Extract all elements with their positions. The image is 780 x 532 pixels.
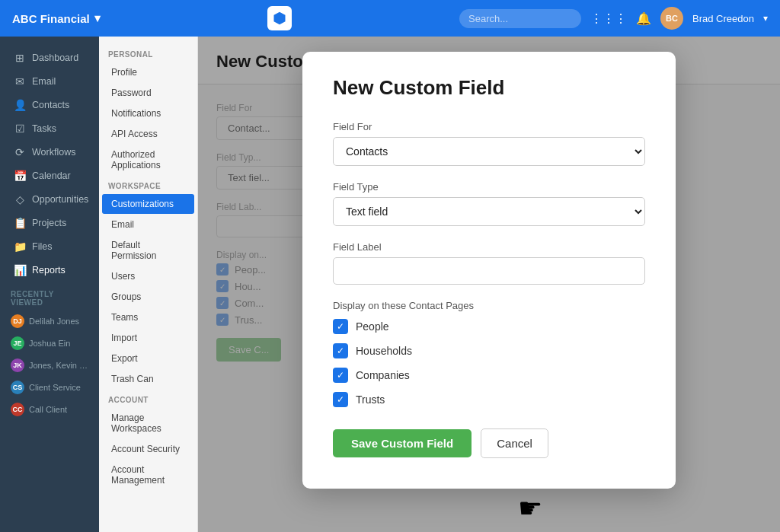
recently-viewed-call-client[interactable]: CCCall Client xyxy=(3,399,96,420)
sec-item-manage-workspaces[interactable]: Manage Workspaces xyxy=(102,408,194,438)
recently-viewed-jones-kevin[interactable]: JKJones, Kevin and D... xyxy=(3,355,96,376)
sec-item-groups[interactable]: Groups xyxy=(102,287,194,307)
rv-avatar-call-client: CC xyxy=(11,403,24,416)
email-icon: ✉ xyxy=(14,75,26,88)
nav-right: ⋮⋮⋮ 🔔 BC Brad Creedon ▾ xyxy=(459,7,768,30)
nav-center xyxy=(110,6,450,30)
checkbox-label: Companies xyxy=(356,369,410,381)
recently-viewed-label: Recently Viewed xyxy=(0,282,99,310)
sec-item-account-security[interactable]: Account Security xyxy=(102,439,194,459)
sec-section-account: Account xyxy=(99,390,197,407)
sidebar-item-label: Projects xyxy=(32,218,66,228)
sidebar-item-contacts[interactable]: 👤Contacts xyxy=(3,94,96,116)
reports-icon: 📊 xyxy=(14,264,26,276)
left-sidebar: ⊞Dashboard✉Email👤Contacts☑Tasks⟳Workflow… xyxy=(0,37,99,532)
user-chevron-icon: ▾ xyxy=(763,13,768,24)
modal-title: New Custom Field xyxy=(333,76,645,100)
sec-item-import[interactable]: Import xyxy=(102,328,194,348)
tasks-icon: ☑ xyxy=(14,123,26,135)
sec-item-notifications[interactable]: Notifications xyxy=(102,104,194,123)
modal-checkbox-companies[interactable]: ✓Companies xyxy=(333,368,645,383)
cursor-hand-icon: ☛ xyxy=(518,492,542,524)
calendar-icon: 📅 xyxy=(14,170,26,182)
secondary-sidebar: PersonalProfilePasswordNotificationsAPI … xyxy=(99,37,198,532)
modal-display-on-label: Display on these Contact Pages xyxy=(333,300,645,311)
modal-field-label-input[interactable]: Wealth.com Account Status xyxy=(333,257,645,285)
rv-name-jones-kevin: Jones, Kevin and D... xyxy=(29,361,88,370)
checkbox-checked-icon: ✓ xyxy=(333,343,348,358)
modal-field-label-group: Field Label Wealth.com Account Status xyxy=(333,241,645,285)
sidebar-item-label: Workflows xyxy=(32,147,75,158)
sec-item-teams[interactable]: Teams xyxy=(102,307,194,327)
content-area: New Custom Field Field For Contact... Fi… xyxy=(198,37,780,532)
contacts-icon: 👤 xyxy=(14,99,26,111)
brand-chevron-icon: ▾ xyxy=(94,11,101,25)
sidebar-item-reports[interactable]: 📊Reports xyxy=(3,259,96,282)
sec-item-customizations[interactable]: Customizations xyxy=(102,194,194,214)
modal-field-for-select[interactable]: Contacts xyxy=(333,137,645,166)
checkbox-checked-icon: ✓ xyxy=(333,392,348,407)
modal-checkbox-trusts[interactable]: ✓Trusts xyxy=(333,392,645,407)
rv-avatar-client-service: CS xyxy=(11,381,24,394)
sidebar-item-label: Opportunities xyxy=(32,194,88,205)
sidebar-item-workflows[interactable]: ⟳Workflows xyxy=(3,141,96,164)
rv-name-delilah: Delilah Jones xyxy=(29,317,79,326)
modal-checkbox-households[interactable]: ✓Households xyxy=(333,343,645,358)
top-nav: ABC Financial ▾ ⋮⋮⋮ 🔔 BC Brad Creedon ▾ xyxy=(0,0,780,37)
grid-icon[interactable]: ⋮⋮⋮ xyxy=(590,11,627,26)
modal-field-for-label: Field For xyxy=(333,121,645,132)
sec-item-account-management[interactable]: Account Management xyxy=(102,460,194,490)
modal-field-type-label: Field Type xyxy=(333,181,645,193)
recently-viewed-delilah[interactable]: DJDelilah Jones xyxy=(3,311,96,332)
search-input[interactable] xyxy=(459,9,581,28)
modal-display-on-group: Display on these Contact Pages ✓People✓H… xyxy=(333,300,645,407)
sidebar-item-label: Calendar xyxy=(32,170,71,181)
brand[interactable]: ABC Financial ▾ xyxy=(12,11,101,25)
recently-viewed-client-service[interactable]: CSClient Service xyxy=(3,377,96,398)
bell-icon[interactable]: 🔔 xyxy=(636,11,651,26)
modal-overlay: New Custom Field Field For Contacts Fiel… xyxy=(198,37,780,532)
sidebar-item-files[interactable]: 📁Files xyxy=(3,235,96,258)
sec-item-default-permission[interactable]: Default Permission xyxy=(102,235,194,266)
modal-checkbox-people[interactable]: ✓People xyxy=(333,319,645,334)
user-name[interactable]: Brad Creedon xyxy=(692,13,754,24)
modal-footer: Save Custom Field Cancel xyxy=(333,428,645,458)
modal-field-type-select[interactable]: Text field xyxy=(333,197,645,226)
files-icon: 📁 xyxy=(14,241,26,253)
sidebar-item-projects[interactable]: 📋Projects xyxy=(3,212,96,234)
sec-section-workspace: Workspace xyxy=(99,176,197,193)
opportunities-icon: ◇ xyxy=(14,193,26,205)
sidebar-item-label: Reports xyxy=(32,265,66,276)
sidebar-item-label: Email xyxy=(32,76,56,87)
save-custom-field-button[interactable]: Save Custom Field xyxy=(333,429,472,457)
sec-item-profile[interactable]: Profile xyxy=(102,62,194,82)
sec-item-trash-can[interactable]: Trash Can xyxy=(102,369,194,389)
sidebar-item-tasks[interactable]: ☑Tasks xyxy=(3,117,96,140)
sec-item-password[interactable]: Password xyxy=(102,83,194,103)
rv-name-joshua: Joshua Ein xyxy=(29,339,70,348)
sidebar-item-opportunities[interactable]: ◇Opportunities xyxy=(3,188,96,211)
app-logo xyxy=(267,6,292,30)
sidebar-item-email[interactable]: ✉Email xyxy=(3,70,96,93)
rv-avatar-jones-kevin: JK xyxy=(11,358,24,372)
rv-name-client-service: Client Service xyxy=(29,383,81,392)
sec-item-email[interactable]: Email xyxy=(102,215,194,234)
sidebar-item-label: Tasks xyxy=(32,123,56,134)
modal-field-label-label: Field Label xyxy=(333,241,645,253)
modal-field-for-group: Field For Contacts xyxy=(333,121,645,166)
sec-item-authorized-applications[interactable]: Authorized Applications xyxy=(102,145,194,175)
cancel-button[interactable]: Cancel xyxy=(481,428,548,458)
sidebar-item-dashboard[interactable]: ⊞Dashboard xyxy=(3,46,96,69)
sec-item-export[interactable]: Export xyxy=(102,349,194,368)
modal: New Custom Field Field For Contacts Fiel… xyxy=(302,52,676,489)
sidebar-item-calendar[interactable]: 📅Calendar xyxy=(3,164,96,187)
recently-viewed-joshua[interactable]: JEJoshua Ein xyxy=(3,333,96,354)
sec-item-api-access[interactable]: API Access xyxy=(102,124,194,144)
checkbox-checked-icon: ✓ xyxy=(333,319,348,334)
avatar: BC xyxy=(660,7,683,30)
checkbox-label: Households xyxy=(356,345,412,357)
checkbox-label: Trusts xyxy=(356,393,385,406)
workflows-icon: ⟳ xyxy=(14,146,26,158)
main-layout: ⊞Dashboard✉Email👤Contacts☑Tasks⟳Workflow… xyxy=(0,37,780,532)
sec-item-users[interactable]: Users xyxy=(102,266,194,286)
